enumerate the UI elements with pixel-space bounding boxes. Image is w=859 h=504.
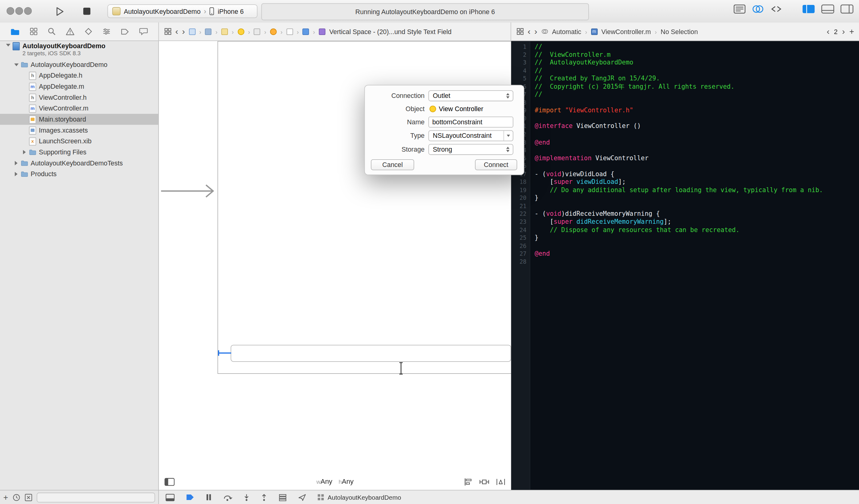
toggle-navigator-button[interactable]: [802, 4, 815, 14]
line-number[interactable]: 26: [511, 242, 527, 250]
view-icon[interactable]: [254, 28, 260, 35]
step-into-icon[interactable]: [243, 493, 250, 501]
toggle-debug-area-icon[interactable]: [166, 493, 175, 501]
pause-icon[interactable]: [206, 493, 212, 501]
assistant-editor-button[interactable]: [752, 4, 764, 14]
navigator-item-autolayoutkeyboarddemo[interactable]: AutolayoutKeyboardDemo: [0, 59, 158, 70]
size-class-control[interactable]: wAny hAny: [159, 478, 511, 486]
source-control-status-icon[interactable]: [25, 493, 32, 501]
breakpoint-navigator-tab[interactable]: [120, 28, 129, 35]
ib-breadcrumb-label[interactable]: Vertical Space - (20)...und Style Text F…: [329, 28, 452, 35]
step-over-icon[interactable]: [223, 493, 232, 501]
version-editor-button[interactable]: [770, 4, 782, 14]
find-navigator-tab[interactable]: [48, 27, 56, 36]
related-items-icon[interactable]: [164, 28, 171, 35]
first-responder-icon[interactable]: [270, 28, 276, 35]
issue-navigator-tab[interactable]: [66, 27, 75, 36]
run-button[interactable]: [50, 4, 69, 18]
line-number[interactable]: 21: [511, 202, 527, 210]
cancel-button[interactable]: Cancel: [371, 159, 414, 170]
connection-popup-button[interactable]: Outlet: [428, 90, 513, 101]
line-number[interactable]: 2: [511, 51, 527, 59]
line-number[interactable]: 23: [511, 218, 527, 226]
line-number[interactable]: 25: [511, 234, 527, 242]
navigator-item-appdelegate-m[interactable]: mAppDelegate.m: [0, 81, 158, 92]
disclosure-triangle[interactable]: [13, 62, 20, 67]
outlet-name-input[interactable]: [428, 117, 513, 128]
line-number[interactable]: 24: [511, 226, 527, 234]
line-number[interactable]: 1: [511, 43, 527, 51]
navigator-item-main-storyboard[interactable]: Main.storyboard: [0, 114, 158, 125]
step-out-icon[interactable]: [261, 493, 267, 501]
navigator-item-viewcontroller-m[interactable]: mViewController.m: [0, 103, 158, 114]
debug-navigator-tab[interactable]: [102, 27, 110, 36]
view-controller-scene-icon[interactable]: [221, 28, 228, 35]
previous-counterpart-button[interactable]: ‹: [827, 27, 830, 36]
assistant-source-editor[interactable]: 1234567891011121314151617181920212223242…: [511, 41, 859, 490]
line-number[interactable]: 20: [511, 194, 527, 202]
combo-arrow-icon[interactable]: [503, 131, 513, 141]
text-field[interactable]: [231, 345, 511, 362]
connect-button[interactable]: Connect: [475, 159, 517, 170]
line-number[interactable]: 5: [511, 75, 527, 82]
type-combo-box[interactable]: NSLayoutConstraint: [428, 130, 513, 141]
storage-popup-button[interactable]: Strong: [428, 144, 513, 155]
line-number[interactable]: 28: [511, 257, 527, 266]
add-assistant-editor-button[interactable]: +: [849, 27, 854, 36]
back-button[interactable]: ‹: [176, 27, 179, 36]
navigator-item-autolayoutkeyboarddemotests[interactable]: AutolayoutKeyboardDemoTests: [0, 158, 158, 169]
source-code[interactable]: //// ViewController.m// AutolayoutKeyboa…: [534, 43, 823, 266]
line-number[interactable]: 4: [511, 67, 527, 75]
line-number[interactable]: 18: [511, 178, 527, 186]
constraints-group-icon[interactable]: [303, 28, 309, 35]
toggle-inspectors-button[interactable]: [840, 4, 854, 14]
leading-constraint-line[interactable]: [218, 352, 231, 353]
add-file-button[interactable]: +: [3, 493, 8, 502]
jump-bar-file[interactable]: ViewController.m: [601, 28, 651, 35]
line-number[interactable]: 27: [511, 250, 527, 258]
activate-breakpoints-icon[interactable]: [185, 493, 195, 501]
jump-bar-selection[interactable]: No Selection: [661, 28, 698, 35]
navigator-item-viewcontroller-h[interactable]: hViewController.h: [0, 92, 158, 103]
debug-view-hierarchy-icon[interactable]: [278, 493, 287, 501]
recent-files-clock-icon[interactable]: [13, 493, 20, 501]
scheme-selector[interactable]: AutolayoutKeyboardDemo › iPhone 6: [107, 4, 257, 18]
filter-field[interactable]: [36, 492, 155, 502]
forward-button[interactable]: ›: [182, 27, 185, 36]
navigator-item-appdelegate-h[interactable]: hAppDelegate.h: [0, 70, 158, 81]
simulate-location-icon[interactable]: [298, 493, 306, 501]
navigator-item-images-xcassets[interactable]: Images.xcassets: [0, 125, 158, 136]
forward-button[interactable]: ›: [534, 27, 537, 36]
line-number[interactable]: 19: [511, 186, 527, 194]
navigator-item-launchscreen-xib[interactable]: xLaunchScreen.xib: [0, 136, 158, 147]
minimize-window-button[interactable]: [15, 7, 23, 15]
related-items-icon[interactable]: [517, 28, 524, 35]
storyboard-file-icon[interactable]: [189, 28, 195, 35]
disclosure-triangle[interactable]: [13, 171, 20, 177]
close-window-button[interactable]: [6, 7, 14, 15]
navigator-item-supporting-files[interactable]: Supporting Files: [0, 147, 158, 158]
back-button[interactable]: ‹: [528, 27, 531, 36]
toggle-debug-area-button[interactable]: [821, 4, 834, 14]
assistant-mode-label[interactable]: Automatic: [552, 28, 581, 35]
zoom-window-button[interactable]: [24, 7, 32, 15]
line-number[interactable]: 22: [511, 210, 527, 218]
report-navigator-tab[interactable]: [139, 27, 148, 36]
vertical-space-constraint-icon[interactable]: [319, 28, 325, 35]
disclosure-triangle[interactable]: [21, 149, 28, 155]
project-row[interactable]: AutolayoutKeyboardDemo 2 targets, iOS SD…: [0, 41, 158, 59]
disclosure-triangle[interactable]: [13, 160, 20, 166]
symbol-navigator-tab[interactable]: [30, 27, 38, 36]
view-controller-icon[interactable]: [238, 28, 244, 35]
process-jump-bar[interactable]: AutolayoutKeyboardDemo: [317, 493, 401, 501]
folder-icon[interactable]: [205, 28, 211, 35]
stop-button[interactable]: [77, 4, 96, 18]
subview-icon[interactable]: [286, 28, 293, 35]
line-number[interactable]: 3: [511, 59, 527, 67]
test-navigator-tab[interactable]: [85, 27, 93, 36]
standard-editor-button[interactable]: [734, 4, 745, 14]
navigator-item-products[interactable]: Products: [0, 169, 158, 179]
disclosure-triangle[interactable]: [4, 42, 11, 48]
next-counterpart-button[interactable]: ›: [842, 27, 845, 36]
project-navigator-tab[interactable]: [11, 28, 20, 35]
